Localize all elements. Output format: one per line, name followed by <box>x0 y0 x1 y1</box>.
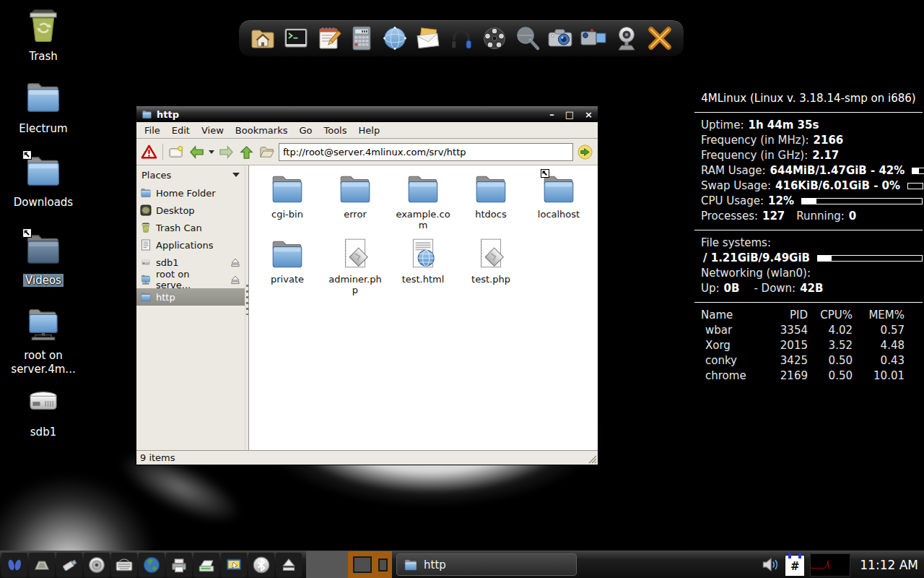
dock-webcam-icon[interactable] <box>611 22 642 54</box>
dock-xorg-icon[interactable] <box>645 22 675 54</box>
tray-keyboard-icon[interactable] <box>111 553 137 577</box>
file-item-cgi-bin[interactable]: cgi-bin <box>253 171 321 230</box>
tray-flash-drive-icon[interactable] <box>56 553 82 577</box>
file-item-localhost[interactable]: localhost <box>525 171 593 230</box>
forward-icon[interactable] <box>218 144 235 160</box>
maximize-button[interactable]: □ <box>565 109 574 120</box>
desktop-icon-downloads[interactable]: Downloads <box>9 152 78 210</box>
resize-grip[interactable] <box>588 454 597 464</box>
sidebar-item-root-on-server[interactable]: root on serve... <box>136 271 245 288</box>
file-item-error[interactable]: error <box>321 171 389 230</box>
tray-touchpad-icon[interactable] <box>29 553 55 577</box>
menu-tools[interactable]: Tools <box>318 124 352 137</box>
network-folder-icon <box>24 305 63 344</box>
folder-icon <box>404 558 418 572</box>
tray-scanner-icon[interactable] <box>193 553 219 577</box>
dock-camcorder-icon[interactable] <box>578 22 609 54</box>
menu-file[interactable]: File <box>139 124 166 137</box>
folder-icon <box>269 236 305 272</box>
dock-email-icon[interactable] <box>413 22 443 54</box>
menu-view[interactable]: View <box>196 124 230 137</box>
file-item-test-php[interactable]: test.php <box>457 236 525 296</box>
sidebar-item-home-folder[interactable]: Home Folder <box>136 184 245 202</box>
tray-globe-icon[interactable] <box>139 553 165 577</box>
desktop-icon-label: Electrum <box>19 122 67 135</box>
sidebar-item-http[interactable]: http <box>136 288 245 306</box>
dock-audio-player-icon[interactable] <box>446 22 476 54</box>
trash-icon <box>24 6 63 45</box>
minimize-button[interactable]: – <box>549 109 554 120</box>
dock-movie-player-icon[interactable] <box>479 22 510 54</box>
proc-name: wbar <box>701 323 770 338</box>
desktop-icon-label: sdb1 <box>30 426 56 439</box>
dock-terminal-icon[interactable] <box>281 22 311 54</box>
dock-calculator-icon[interactable] <box>346 22 377 54</box>
workspace-1[interactable] <box>306 551 348 578</box>
tray-eject-icon[interactable] <box>276 553 302 577</box>
dock-camera-icon[interactable] <box>545 22 575 54</box>
sidebar-item-trash-can[interactable]: Trash Can <box>136 219 245 236</box>
tray-volume-icon[interactable] <box>759 553 781 577</box>
desktop-icon-root-on-server[interactable]: root on server.4m... <box>9 305 78 376</box>
desktop-icon-label: Trash <box>29 50 58 63</box>
proc-pid: 3354 <box>770 323 808 338</box>
workspace-2-active[interactable] <box>348 551 392 578</box>
places-selector[interactable]: Places <box>136 165 245 184</box>
status-bar: 9 items <box>136 450 598 465</box>
file-item-private[interactable]: private <box>253 236 321 296</box>
warning-icon[interactable] <box>141 144 157 160</box>
menu-help[interactable]: Help <box>353 124 386 137</box>
up-icon[interactable] <box>238 144 255 160</box>
cpu-graph-line <box>811 554 830 574</box>
divider <box>694 112 923 113</box>
sidebar-item-desktop[interactable]: Desktop <box>136 202 245 219</box>
tray-display-settings-icon[interactable] <box>221 553 247 577</box>
file-item-test-html[interactable]: test.html <box>389 236 457 296</box>
ram-label: RAM Usage: <box>701 163 766 178</box>
tray-bluetooth-icon[interactable] <box>248 553 274 577</box>
open-folder-icon[interactable] <box>258 144 275 160</box>
desktop-icon-trash[interactable]: Trash <box>9 6 78 64</box>
taskbar-task-http[interactable]: http <box>396 553 577 576</box>
tray-printer-icon[interactable] <box>166 553 192 577</box>
dock-web-browser-icon[interactable] <box>380 22 410 54</box>
file-item-htdocs[interactable]: htdocs <box>457 171 525 230</box>
desktop-icon-electrum[interactable]: Electrum <box>9 78 78 136</box>
dock-text-editor-icon[interactable] <box>314 22 344 54</box>
tray-footprints-icon[interactable] <box>1 553 27 577</box>
dock-search-icon[interactable] <box>513 22 543 54</box>
file-item-adminer-php[interactable]: adminer.php <box>321 236 389 296</box>
freq-ghz-value: 2.17 <box>812 148 839 163</box>
symlink-emblem-icon <box>22 150 32 160</box>
taskbar: http # 11:12 AM <box>0 551 924 578</box>
sidebar-item-applications[interactable]: Applications <box>136 236 245 254</box>
menu-go[interactable]: Go <box>293 124 318 137</box>
proc-mem: 0.43 <box>853 353 905 368</box>
ram-value: 644MiB/1.47GiB - 42% <box>770 163 905 178</box>
file-item-example-com[interactable]: example.com <box>389 171 457 230</box>
window-title: http <box>157 109 179 120</box>
php-file-icon <box>337 236 373 272</box>
new-tab-icon[interactable] <box>168 144 185 160</box>
back-icon[interactable] <box>188 144 205 160</box>
eject-icon[interactable] <box>230 256 241 268</box>
menu-edit[interactable]: Edit <box>166 124 196 137</box>
go-icon[interactable] <box>577 144 593 160</box>
eject-icon[interactable] <box>230 274 241 285</box>
back-history-dropdown-icon[interactable] <box>209 150 214 157</box>
desktop-icon-sdb1[interactable]: sdb1 <box>9 381 78 439</box>
window-titlebar[interactable]: http – □ × <box>136 106 598 122</box>
sidebar-splitter[interactable] <box>245 165 248 450</box>
processes-value: 127 <box>762 209 785 224</box>
tray-cpu-graph[interactable] <box>810 553 850 577</box>
address-input[interactable] <box>279 143 573 161</box>
desktop-icon-videos[interactable]: Videos <box>9 230 78 288</box>
tray-speaker-icon[interactable] <box>84 553 110 577</box>
swap-value: 416KiB/6.01GiB - 0% <box>775 178 900 194</box>
proc-cpu: 0.50 <box>808 368 853 384</box>
close-button[interactable]: × <box>585 109 593 120</box>
tray-calendar-icon[interactable]: # <box>785 555 805 577</box>
task-label: http <box>424 558 446 571</box>
dock-home-folder-icon[interactable] <box>248 22 278 54</box>
menu-bookmarks[interactable]: Bookmarks <box>230 124 294 137</box>
